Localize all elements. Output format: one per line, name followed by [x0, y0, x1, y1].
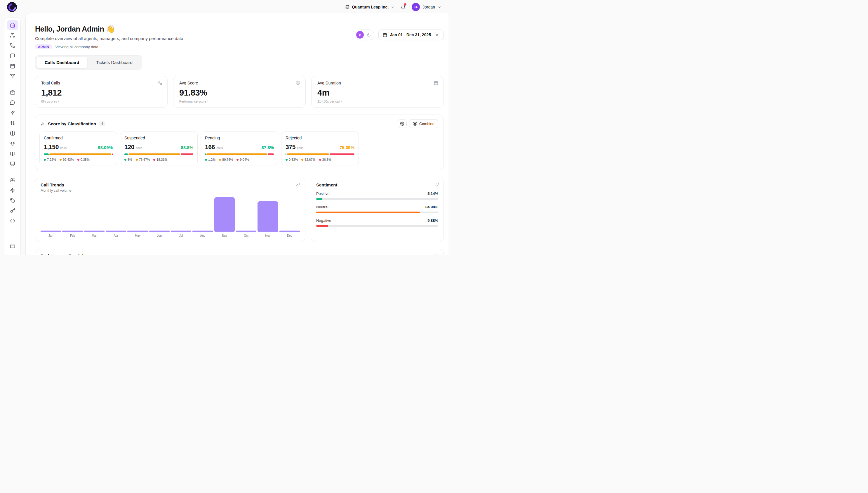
bar-label-oct: Oct: [236, 234, 256, 237]
bar-jan: [41, 196, 61, 232]
theme-toggle[interactable]: [355, 29, 374, 40]
classification-header: Score by Classification 4 Combine: [40, 119, 439, 131]
classification-score: 87.8%: [261, 145, 274, 150]
bar-label-jun: Jun: [149, 234, 169, 237]
chevron-down-icon: [438, 5, 441, 9]
key-icon: [10, 208, 15, 213]
tag-icon: [10, 198, 15, 203]
bar-segment-0: [285, 153, 287, 155]
red-dot: [153, 159, 155, 161]
classification-card-rejected[interactable]: Rejected 375 calls 75.39% 0.53% 62.67% 3…: [281, 131, 359, 165]
sidebar-item-transfers[interactable]: [7, 118, 18, 128]
green-dot: [124, 159, 127, 161]
score-by-classification-panel: Score by Classification 4 Combine Confir…: [35, 114, 444, 170]
sidebar-item-team[interactable]: [7, 175, 18, 185]
bar-label-jan: Jan: [41, 234, 61, 237]
bar-mar: [84, 196, 105, 232]
sidebar-item-presentation[interactable]: [7, 159, 18, 169]
sidebar-item-chat[interactable]: [7, 97, 18, 108]
avatar: JA: [412, 3, 420, 11]
sparkles-icon: [10, 110, 15, 115]
stat-title: Total Calls: [41, 81, 161, 85]
green-dot: [285, 159, 288, 161]
classification-calls-label: calls: [136, 146, 142, 150]
app-logo[interactable]: [7, 2, 17, 12]
tab-tickets-dashboard[interactable]: Tickets Dashboard: [88, 57, 141, 68]
bar-value-oct: [236, 231, 256, 232]
message-circle-icon: [10, 100, 15, 105]
tab-calls-dashboard[interactable]: Calls Dashboard: [37, 57, 87, 68]
page-title: Hello, Jordan Admin 👋: [35, 25, 184, 33]
classification-actions: Combine: [398, 119, 438, 128]
bar-label-jul: Jul: [171, 234, 191, 237]
close-icon[interactable]: [435, 33, 439, 37]
bar-sep: [214, 196, 235, 232]
light-mode-button[interactable]: [356, 31, 364, 39]
settings-button[interactable]: [398, 119, 407, 128]
sidebar-item-developer[interactable]: [7, 216, 18, 226]
code-icon: [10, 218, 15, 223]
dark-mode-button[interactable]: [365, 31, 373, 39]
sidebar-item-home[interactable]: [7, 20, 18, 30]
layers-icon: [413, 122, 417, 126]
phone-icon: [434, 254, 439, 255]
combine-button[interactable]: Combine: [409, 119, 438, 128]
bar-feb: [62, 196, 83, 232]
sidebar-item-calls[interactable]: [7, 40, 18, 50]
graduation-cap-icon: [10, 141, 15, 146]
date-range-picker[interactable]: Jan 01 - Dec 31, 2025: [379, 29, 444, 40]
legend-value: 92.43%: [63, 158, 74, 161]
sentiment-track: [316, 225, 438, 227]
admin-badge: ADMIN: [35, 44, 52, 49]
classification-card-pending[interactable]: Pending 166 calls 87.8% 1.2% 89.76% 9.04…: [201, 131, 278, 165]
sidebar-item-messages[interactable]: [7, 50, 18, 61]
bar-oct: [236, 196, 256, 232]
sidebar-item-calendar[interactable]: [7, 61, 18, 71]
sidebar-item-ai[interactable]: [7, 108, 18, 118]
stat-value: 91.83%: [179, 88, 300, 98]
classification-score: 88.8%: [181, 145, 193, 150]
calendar-icon: [10, 63, 15, 69]
legend-value: 62.67%: [304, 158, 315, 161]
sidebar-item-briefcase[interactable]: [7, 87, 18, 97]
bar-label-feb: Feb: [62, 234, 83, 237]
classification-card-suspended[interactable]: Suspended 120 calls 88.8% 5% 76.67% 18.3…: [120, 131, 198, 165]
classification-count-badge: 4: [99, 121, 106, 126]
sidebar-item-tags[interactable]: [7, 195, 18, 206]
chevron-down-icon: [391, 5, 395, 9]
sidebar-item-billing[interactable]: [7, 241, 18, 251]
bar-may: [127, 196, 148, 232]
bar-value-jul: [171, 231, 191, 232]
sidebar-item-library[interactable]: [7, 148, 18, 159]
bar-label-mar: Mar: [84, 234, 105, 237]
sidebar-item-training[interactable]: [7, 138, 18, 148]
green-dot: [44, 159, 46, 161]
bar-value-nov: [257, 201, 278, 232]
user-menu[interactable]: JA Jordan: [412, 3, 441, 11]
building-icon: [345, 5, 349, 9]
credit-card-icon: [10, 244, 15, 249]
sidebar-item-users[interactable]: [7, 30, 18, 40]
company-selector[interactable]: Quantum Leap Inc.: [345, 5, 395, 9]
red-dot: [77, 159, 79, 161]
dashboard-tabs: Calls Dashboard Tickets Dashboard: [35, 55, 142, 69]
phone-icon: [158, 81, 162, 85]
stat-note: 0% vs prev ·: [41, 100, 161, 103]
red-dot: [319, 159, 321, 161]
moon-icon: [367, 33, 371, 37]
phone-icon: [10, 43, 15, 48]
classification-legend: 7.22% 92.43% 0.35%: [44, 158, 113, 161]
classification-calls: 1,150: [44, 144, 59, 150]
sidebar-item-filters[interactable]: [7, 71, 18, 81]
classification-card-confirmed[interactable]: Confirmed 1,150 calls 98.09% 7.22% 92.43…: [40, 131, 117, 165]
legend-value: 36.8%: [322, 158, 332, 161]
sidebar-item-keys[interactable]: [7, 206, 18, 216]
sidebar-item-automations[interactable]: [7, 185, 18, 195]
sidebar-item-intelligence[interactable]: [7, 128, 18, 138]
call-trends-subtitle: Monthly call volume: [41, 189, 300, 193]
bar-apr: [106, 196, 126, 232]
sentiment-label: Negative: [316, 218, 331, 223]
sun-icon: [358, 33, 362, 37]
bar-label-may: May: [127, 234, 148, 237]
notifications-button[interactable]: [401, 4, 406, 9]
